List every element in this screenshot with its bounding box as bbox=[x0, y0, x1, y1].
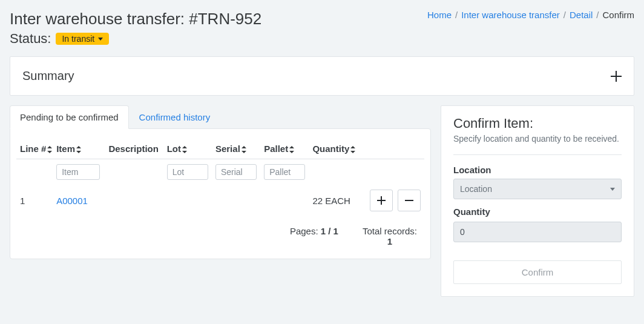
tabstrip: Pending to be confirmed Confirmed histor… bbox=[10, 105, 431, 129]
sort-icon bbox=[242, 146, 246, 153]
pages-label: Pages: bbox=[290, 226, 318, 236]
breadcrumb-detail[interactable]: Detail bbox=[570, 10, 593, 20]
pending-table-card: Line # Item Description Lot Serial Palle… bbox=[10, 128, 431, 259]
cell-pallet bbox=[260, 185, 309, 216]
location-select[interactable]: Location bbox=[453, 179, 622, 199]
col-line[interactable]: Line # bbox=[16, 139, 53, 159]
quantity-label: Quantity bbox=[453, 207, 622, 217]
col-serial-label: Serial bbox=[215, 144, 240, 154]
col-item-label: Item bbox=[56, 144, 75, 154]
col-lot[interactable]: Lot bbox=[163, 139, 212, 159]
col-pallet[interactable]: Pallet bbox=[260, 139, 309, 159]
page-header: Inter warehouse transfer: #TRN-952 Statu… bbox=[0, 0, 644, 51]
col-line-label: Line # bbox=[20, 144, 46, 154]
row-remove-button[interactable] bbox=[398, 190, 421, 211]
breadcrumb-transfer[interactable]: Inter warehouse transfer bbox=[461, 10, 560, 20]
cell-quantity: 22 EACH bbox=[309, 185, 363, 216]
status-line: Status: In transit bbox=[10, 31, 261, 47]
filter-item-input[interactable] bbox=[56, 164, 100, 180]
col-pallet-label: Pallet bbox=[264, 144, 288, 154]
panel-title: Confirm Item: bbox=[453, 116, 622, 131]
status-dropdown[interactable]: In transit bbox=[56, 33, 109, 45]
confirm-button[interactable]: Confirm bbox=[453, 260, 622, 284]
pages-value: 1 / 1 bbox=[321, 226, 338, 236]
caret-down-icon bbox=[610, 188, 615, 191]
sort-icon bbox=[182, 146, 187, 153]
total-value: 1 bbox=[387, 236, 392, 246]
breadcrumb-sep: / bbox=[596, 10, 599, 20]
cell-item-link[interactable]: A00001 bbox=[56, 196, 88, 206]
quantity-input[interactable] bbox=[453, 222, 622, 242]
breadcrumb: Home / Inter warehouse transfer / Detail… bbox=[427, 10, 634, 20]
caret-down-icon bbox=[98, 38, 103, 41]
sort-icon bbox=[350, 146, 355, 153]
col-serial[interactable]: Serial bbox=[212, 139, 260, 159]
sort-icon bbox=[47, 146, 52, 153]
location-placeholder: Location bbox=[460, 184, 492, 194]
table-row: 1 A00001 22 EACH bbox=[16, 185, 424, 216]
status-value: In transit bbox=[62, 34, 94, 44]
divider bbox=[453, 154, 622, 155]
table-header-row: Line # Item Description Lot Serial Palle… bbox=[16, 139, 424, 159]
breadcrumb-sep: / bbox=[564, 10, 566, 20]
minus-icon bbox=[405, 196, 413, 205]
expand-plus-icon[interactable] bbox=[611, 71, 622, 82]
col-quantity-label: Quantity bbox=[312, 144, 349, 154]
total-label: Total records: bbox=[363, 226, 417, 236]
summary-title: Summary bbox=[22, 69, 74, 83]
sort-icon bbox=[289, 146, 294, 153]
tab-pending[interactable]: Pending to be confirmed bbox=[10, 105, 129, 129]
breadcrumb-sep: / bbox=[455, 10, 458, 20]
col-description-label: Description bbox=[108, 144, 159, 154]
panel-subtitle: Specify location and quantity to be rece… bbox=[453, 134, 622, 144]
cell-line: 1 bbox=[16, 185, 53, 216]
sort-icon bbox=[76, 146, 81, 153]
row-add-button[interactable] bbox=[370, 190, 393, 211]
breadcrumb-home[interactable]: Home bbox=[427, 10, 452, 20]
table-filter-row bbox=[16, 159, 424, 185]
col-quantity[interactable]: Quantity bbox=[309, 139, 363, 159]
summary-card[interactable]: Summary bbox=[10, 56, 634, 96]
col-lot-label: Lot bbox=[167, 144, 181, 154]
page-title: Inter warehouse transfer: #TRN-952 bbox=[10, 10, 261, 28]
filter-pallet-input[interactable] bbox=[264, 164, 305, 180]
cell-lot bbox=[163, 185, 212, 216]
col-item[interactable]: Item bbox=[53, 139, 105, 159]
filter-lot-input[interactable] bbox=[167, 164, 208, 180]
confirm-item-panel: Confirm Item: Specify location and quant… bbox=[441, 105, 634, 297]
col-description[interactable]: Description bbox=[105, 139, 163, 159]
breadcrumb-current: Confirm bbox=[602, 10, 634, 20]
plus-icon bbox=[377, 196, 386, 205]
location-label: Location bbox=[453, 165, 622, 175]
filter-serial-input[interactable] bbox=[215, 164, 257, 180]
table-footer: Pages: 1 / 1 Total records: 1 bbox=[16, 216, 424, 249]
status-prefix: Status: bbox=[10, 31, 51, 47]
tab-history[interactable]: Confirmed history bbox=[129, 105, 221, 129]
cell-serial bbox=[212, 185, 260, 216]
cell-description bbox=[105, 185, 163, 216]
